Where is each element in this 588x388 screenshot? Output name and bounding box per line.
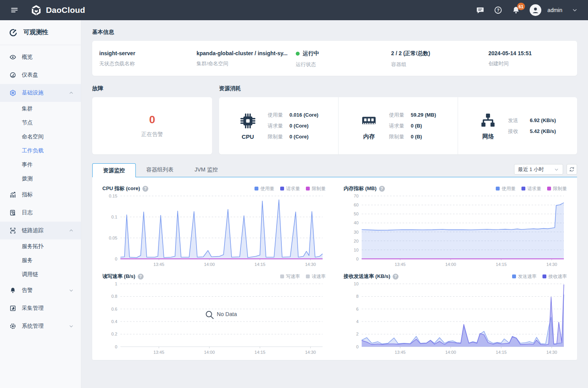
tab-pod-list[interactable]: 容器组列表 [136,163,184,177]
legend-item[interactable]: 使用量 [255,185,274,192]
svg-text:No Data: No Data [217,311,237,317]
sidebar-item-clusters[interactable]: 集群 [0,102,81,116]
tab-jvm-monitoring[interactable]: JVM 监控 [184,163,228,177]
run-status-label: 运行状态 [296,61,391,68]
chevron-up-icon [68,228,74,233]
help-icon[interactable]: ? [494,6,502,14]
svg-text:14:30: 14:30 [546,262,557,267]
resource-consumption-card: CPU 使用量0.016 (Core) 请求量0 (Core) 限制量0 (Co… [219,97,577,154]
legend-item[interactable]: 发送速率 [512,273,537,280]
refresh-icon [569,166,575,173]
sidebar-item-overview[interactable]: 概览 [0,48,81,66]
svg-text:0.15: 0.15 [109,194,118,198]
sidebar-item-label: 采集管理 [22,305,44,312]
sidebar-item-system-settings[interactable]: 系统管理 [0,317,81,335]
sidebar-item-infrastructure[interactable]: 基础设施 [0,84,81,102]
legend-label: 发送速率 [518,273,537,280]
network-send-value: 6.92 (KB/s) [530,117,556,123]
legend-label: 读速率 [312,273,326,280]
brand-logo[interactable]: DaoCloud [30,4,85,16]
svg-text:10: 10 [354,281,358,286]
svg-text:0.6: 0.6 [111,307,117,311]
created-time-value: 2024-05-14 15:51 [488,50,570,56]
cpu-chart-title: CPU 指标 (core) [102,185,140,192]
notifications-bell-icon[interactable]: 61 [512,6,520,14]
infrastructure-icon [9,89,16,96]
chevron-down-icon [68,323,74,329]
message-icon[interactable] [476,6,484,14]
sidebar-item-label: 链路追踪 [22,227,44,234]
legend-item[interactable]: 写速率 [280,273,300,280]
legend-item[interactable]: 限制量 [547,185,567,192]
observability-icon [9,28,18,37]
cluster-namespace-label: 集群/命名空间 [197,60,296,67]
svg-text:40: 40 [354,220,358,225]
sidebar-item-nodes[interactable]: 节点 [0,116,81,130]
legend-swatch [280,274,284,278]
sidebar-item-logs[interactable]: 日志 [0,204,81,222]
time-range-select[interactable]: 最近 1 小时 [514,164,563,175]
legend-label: 使用量 [502,185,516,192]
info-field-cluster: kpanda-global-cluster / insight-sy... 集群… [197,50,296,68]
svg-text:0.1: 0.1 [111,215,117,219]
disk-io-chart-canvas[interactable]: 00.20.40.60.8113:4514:0014:1514:30No Dat… [102,280,326,358]
disk-io-chart-legend: 写速率读速率 [280,273,326,280]
legend-item[interactable]: 读速率 [306,273,326,280]
sidebar-subitem-label: 集群 [22,105,33,112]
user-menu-chevron-down-icon[interactable] [572,7,578,13]
sidebar-item-probes[interactable]: 拨测 [0,172,81,186]
legend-item[interactable]: 请求量 [280,185,300,192]
chevron-down-icon [554,167,559,172]
sidebar-item-tracing[interactable]: 链路追踪 [0,222,81,239]
chart-svg: 024681013:4514:0014:1514:30 [344,280,567,358]
sidebar-item-label: 基础设施 [22,89,44,96]
brand-name: DaoCloud [46,5,85,15]
sidebar-item-events[interactable]: 事件 [0,158,81,172]
legend-swatch [306,187,310,191]
legend-label: 请求量 [286,185,300,192]
sidebar-module-header[interactable]: 可观测性 [0,20,81,45]
legend-item[interactable]: 请求量 [521,185,541,192]
sidebar-item-dashboard[interactable]: 仪表盘 [0,66,81,84]
sidebar-item-namespaces[interactable]: 命名空间 [0,130,81,144]
chevron-down-icon [68,288,74,293]
help-icon[interactable]: ? [142,186,148,192]
memory-chart-canvas[interactable]: 01020304050607013:4514:0014:1514:30 [344,192,567,271]
refresh-button[interactable] [567,164,577,175]
metrics-icon [9,191,16,198]
help-icon[interactable]: ? [138,274,144,280]
legend-label: 限制量 [553,185,567,192]
legend-item[interactable]: 接收速率 [542,273,567,280]
workload-name-label: 无状态负载名称 [99,60,197,67]
memory-chart-title: 内存指标 (MB) [344,185,377,192]
disk-io-chart-title: 读写速率 (B/s) [102,273,135,280]
memory-chart: 内存指标 (MB) ? 使用量请求量限制量 01020304050607013:… [344,183,567,271]
svg-text:13:45: 13:45 [395,262,405,267]
cpu-chart-canvas[interactable]: 00.050.10.1513:4514:0014:1514:30 [102,192,326,271]
legend-item[interactable]: 限制量 [306,185,326,192]
cpu-group-name: CPU [242,133,254,140]
sidebar-item-collection[interactable]: 采集管理 [0,299,81,317]
sidebar-item-workloads[interactable]: 工作负载 [0,144,81,158]
sidebar-item-services[interactable]: 服务 [0,253,81,267]
sidebar-subitem-label: 工作负载 [22,147,44,154]
top-navbar: DaoCloud ? 61 admin [0,0,588,20]
sidebar-item-metrics[interactable]: 指标 [0,186,81,204]
svg-text:2: 2 [356,332,358,337]
menu-icon[interactable] [10,6,19,14]
sidebar-item-alerts[interactable]: 告警 [0,281,81,299]
legend-label: 写速率 [286,273,300,280]
network-rate-chart-canvas[interactable]: 024681013:4514:0014:1514:30 [344,280,567,358]
svg-text:30: 30 [354,230,358,234]
svg-text:?: ? [497,8,499,12]
legend-item[interactable]: 使用量 [496,185,516,192]
help-icon[interactable]: ? [379,186,385,192]
avatar[interactable] [530,4,541,16]
memory-limit-value: 0 (B) [411,134,422,140]
username-label: admin [548,7,562,13]
sidebar-item-traces[interactable]: 调用链 [0,267,81,281]
memory-usage-label: 使用量 [389,112,406,119]
tab-resource-monitoring[interactable]: 资源监控 [92,163,136,177]
sidebar-item-service-topology[interactable]: 服务拓扑 [0,239,81,253]
help-icon[interactable]: ? [393,274,398,280]
